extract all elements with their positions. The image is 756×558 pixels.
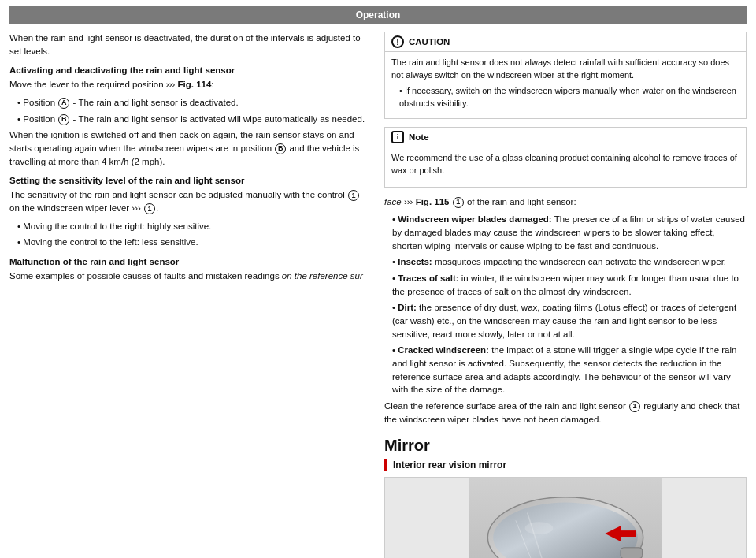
operation-header: Operation [9, 6, 747, 24]
circle-a: A [58, 98, 69, 109]
caution-icon: ! [391, 35, 404, 48]
sensitivity-para: The sensitivity of the rain and light se… [9, 188, 372, 214]
intro-para: When the rain and light sensor is deacti… [9, 32, 372, 58]
note-icon: i [391, 131, 404, 143]
bullet-windscreen: Windscreen wiper blades damaged: The pre… [384, 213, 747, 252]
caution-body: The rain and light sensor does not alway… [385, 52, 746, 118]
move-lever-para: Move the lever to the required position … [9, 78, 372, 91]
operation-label: Operation [356, 9, 401, 20]
malfunction-para: Some examples of possible causes of faul… [9, 270, 372, 283]
fig114-ref: Fig. 114 [178, 80, 212, 89]
position-b-item: Position B - The rain and light sensor i… [9, 113, 372, 126]
mirror-title: Mirror [384, 437, 747, 455]
bullet-dirt: Dirt: the presence of dry dust, wax, coa… [384, 301, 747, 340]
arrow-ref: ››› [166, 80, 178, 89]
content-area: When the rain and light sensor is deacti… [0, 24, 756, 558]
heading-malfunction: Malfunction of the rain and light sensor [9, 257, 372, 266]
arrow-wiper: ››› [132, 203, 143, 213]
mirror-image: B1SL-0220 [384, 477, 747, 558]
caution-header: ! CAUTION [385, 32, 746, 52]
bullet-left: Moving the control to the left: less sen… [9, 236, 372, 249]
note-header: i Note [385, 128, 746, 147]
svg-rect-5 [621, 548, 643, 558]
caution-bullet: If necessary, switch on the windscreen w… [391, 85, 739, 110]
page: Operation When the rain and light sensor… [0, 0, 756, 558]
left-column: When the rain and light sensor is deacti… [9, 24, 372, 558]
mirror-subtitle: Interior rear vision mirror [384, 459, 747, 471]
right-intro: face ››› Fig. 115 1 of the rain and ligh… [384, 195, 747, 209]
circle-1-ctrl: 1 [348, 190, 359, 201]
bullet-insects: Insects: mosquitoes impacting the windsc… [384, 255, 747, 269]
svg-rect-7 [621, 530, 636, 537]
circle-1-right: 1 [453, 197, 464, 208]
heading-activate: Activating and deactivating the rain and… [9, 65, 372, 75]
mirror-svg [385, 478, 746, 558]
mirror-section: Mirror Interior rear vision mirror [384, 437, 747, 558]
clean-para: Clean the reference surface area of the … [384, 400, 747, 426]
note-box: i Note We recommend the use of a glass c… [384, 127, 747, 188]
circle-b-ignition: B [275, 143, 286, 154]
arrow-face: ››› [404, 197, 416, 206]
circle-wiper: 1 [144, 203, 155, 214]
note-title: Note [409, 132, 429, 142]
bullet-cracked: Cracked windscreen: the impact of a ston… [384, 344, 747, 396]
heading-sensitivity: Setting the sensitivity level of the rai… [9, 176, 372, 185]
bullet-right: Moving the control to the right: highly … [9, 220, 372, 233]
circle-b: B [58, 114, 69, 125]
ignition-para: When the ignition is switched off and th… [9, 128, 372, 168]
circle-clean: 1 [629, 401, 640, 412]
svg-point-8 [525, 523, 554, 535]
caution-line1: The rain and light sensor does not alway… [391, 57, 739, 82]
right-column: ! CAUTION The rain and light sensor does… [384, 24, 747, 558]
position-a-item: Position A - The rain and light sensor i… [9, 96, 372, 110]
bullet-salt: Traces of salt: in winter, the windscree… [384, 272, 747, 298]
note-text: We recommend the use of a glass cleaning… [391, 152, 739, 177]
caution-box: ! CAUTION The rain and light sensor does… [384, 32, 747, 119]
note-body: We recommend the use of a glass cleaning… [385, 147, 746, 187]
caution-title: CAUTION [409, 37, 450, 46]
